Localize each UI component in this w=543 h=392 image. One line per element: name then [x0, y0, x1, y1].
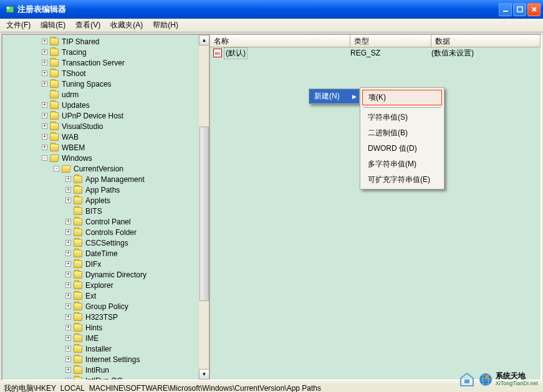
submenu-item[interactable]: 二进制值(B)	[362, 125, 443, 141]
watermark-sub: XiTongTianDi.net	[496, 381, 538, 387]
scroll-down-button[interactable]: ▼	[199, 369, 209, 380]
expand-icon[interactable]: +	[65, 261, 71, 267]
folder-closed-icon	[50, 133, 59, 141]
expand-icon[interactable]: +	[65, 346, 71, 351]
tree-node[interactable]: +UPnP Device Host	[2, 110, 209, 121]
tree-node[interactable]: +DIFx	[2, 259, 209, 269]
folder-closed-icon	[50, 80, 59, 88]
expand-icon[interactable]: +	[65, 367, 71, 373]
expand-icon[interactable]: +	[65, 219, 71, 224]
tree-node[interactable]: +App Management	[2, 174, 209, 184]
expand-icon[interactable]: +	[65, 198, 71, 203]
tree-node[interactable]: +IME	[2, 333, 209, 343]
tree-node[interactable]: +IntlRun	[2, 365, 209, 375]
menu-file[interactable]: 文件(F)	[1, 19, 36, 32]
submenu-item[interactable]: 可扩充字符串值(E)	[362, 172, 443, 188]
maximize-button[interactable]	[513, 3, 526, 16]
folder-closed-icon	[74, 229, 82, 236]
submenu-item[interactable]: DWORD 值(D)	[362, 141, 443, 156]
collapse-icon[interactable]: -	[54, 166, 59, 171]
expand-icon[interactable]: +	[65, 325, 71, 330]
tree-node[interactable]: +H323TSP	[2, 312, 209, 322]
tree-node[interactable]: +VisualStudio	[2, 121, 209, 131]
tree-node[interactable]: +Ext	[2, 290, 209, 301]
tree-node[interactable]: +Dynamic Directory	[2, 269, 209, 280]
value-data: (数值未设置)	[431, 48, 541, 59]
expand-icon[interactable]: +	[42, 113, 47, 118]
collapse-icon[interactable]: -	[42, 155, 47, 161]
submenu-item[interactable]: 字符串值(S)	[362, 110, 443, 125]
folder-closed-icon	[74, 313, 82, 321]
header-type[interactable]: 类型	[350, 35, 431, 47]
expand-icon[interactable]: +	[65, 282, 71, 288]
menu-help[interactable]: 帮助(H)	[148, 19, 183, 32]
tree-node[interactable]: +WBEM	[2, 142, 209, 153]
tree-node[interactable]: +Installer	[2, 343, 209, 354]
expand-icon[interactable]: +	[65, 272, 71, 277]
tree-node[interactable]: +TShoot	[2, 68, 209, 79]
tree-node[interactable]: +Applets	[2, 195, 209, 206]
expand-icon[interactable]: +	[42, 39, 47, 44]
submenu-item[interactable]: 项(K)	[362, 90, 442, 105]
expand-icon[interactable]: +	[42, 145, 47, 150]
tree-node[interactable]: +WAB	[2, 131, 209, 142]
tree-node[interactable]: -CurrentVersion	[2, 163, 209, 174]
minimize-button[interactable]	[499, 3, 512, 16]
expand-icon[interactable]: +	[42, 123, 47, 129]
expand-icon[interactable]: +	[65, 240, 71, 246]
tree-node[interactable]: +Explorer	[2, 280, 209, 290]
tree-node[interactable]: +Group Policy	[2, 301, 209, 312]
expand-icon[interactable]: +	[65, 251, 71, 256]
tree-node[interactable]: +Transaction Server	[2, 57, 209, 68]
close-button[interactable]	[527, 3, 541, 16]
expand-icon[interactable]: +	[65, 176, 71, 182]
tree-node[interactable]: +Tuning Spaces	[2, 79, 209, 89]
submenu-item[interactable]: 多字符串值(M)	[362, 156, 443, 172]
expand-icon[interactable]: +	[42, 134, 47, 140]
expand-icon[interactable]: +	[42, 70, 47, 76]
expand-icon[interactable]: +	[65, 187, 71, 193]
menu-view[interactable]: 查看(V)	[70, 19, 105, 32]
tree-node[interactable]: +CSCSettings	[2, 237, 209, 248]
menu-favorites[interactable]: 收藏夹(A)	[105, 19, 148, 32]
tree-node[interactable]: +Control Panel	[2, 216, 209, 227]
expand-icon[interactable]: +	[65, 314, 71, 320]
expand-icon[interactable]: +	[65, 293, 71, 299]
tree-node[interactable]: -Windows	[2, 153, 209, 163]
context-new-item[interactable]: 新建(N) ▶	[309, 89, 359, 103]
list-header: 名称 类型 数据	[210, 35, 541, 47]
tree-panel[interactable]: +TIP Shared+Tracing+Transaction Server+T…	[2, 35, 210, 380]
expand-icon[interactable]: +	[42, 102, 47, 108]
scroll-up-button[interactable]: ▲	[199, 35, 209, 45]
tree-node[interactable]: +Hints	[2, 322, 209, 333]
tree-node[interactable]: +Tracing	[2, 47, 209, 57]
tree-label: TIP Shared	[60, 37, 100, 46]
tree-node[interactable]: +TIP Shared	[2, 36, 209, 47]
expand-icon[interactable]: +	[65, 335, 71, 341]
tree-node[interactable]: +Updates	[2, 100, 209, 110]
expand-icon[interactable]: +	[65, 356, 71, 362]
tree-node[interactable]: +DateTime	[2, 248, 209, 259]
watermark-house-icon	[458, 371, 476, 388]
tree-label: Transaction Server	[60, 59, 126, 67]
header-name[interactable]: 名称	[210, 35, 350, 47]
menu-edit[interactable]: 编辑(E)	[36, 19, 70, 32]
header-data[interactable]: 数据	[431, 35, 541, 47]
expand-icon[interactable]: +	[65, 229, 71, 235]
expand-icon[interactable]: +	[42, 49, 47, 55]
expand-icon[interactable]: +	[65, 378, 71, 380]
tree-scrollbar[interactable]: ▲ ▼	[198, 35, 209, 380]
tree-node[interactable]: +Controls Folder	[2, 227, 209, 237]
tree-node[interactable]: BITS	[2, 206, 209, 216]
expand-icon[interactable]: +	[42, 60, 47, 65]
expand-icon[interactable]: +	[65, 304, 71, 309]
expand-icon[interactable]: +	[42, 81, 47, 87]
tree-node[interactable]: udrm	[2, 89, 209, 100]
list-row[interactable]: ab (默认) REG_SZ (数值未设置)	[210, 47, 541, 59]
tree-node[interactable]: +Internet Settings	[2, 354, 209, 365]
folder-open-icon	[61, 165, 71, 173]
tree-node[interactable]: +IntlRun.OC	[2, 375, 209, 380]
app-title: 注册表编辑器	[17, 4, 499, 15]
tree-node[interactable]: +App Paths	[2, 184, 209, 195]
scroll-thumb[interactable]	[199, 127, 209, 301]
